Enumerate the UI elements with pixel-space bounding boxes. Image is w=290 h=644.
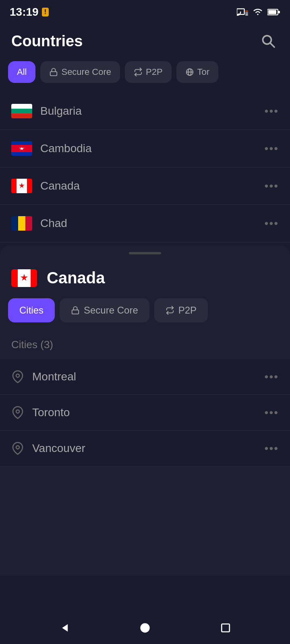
flag-cambodia [11, 141, 32, 156]
svg-point-15 [16, 410, 19, 413]
svg-point-14 [16, 374, 19, 377]
status-time: 13:19 [10, 6, 39, 19]
wifi-icon [252, 8, 263, 17]
p2p-icon-sheet [166, 306, 174, 315]
cities-list: Montreal ••• Toronto ••• Vancouv [0, 359, 290, 466]
country-name-canada: Canada [40, 180, 80, 192]
city-item-vancouver[interactable]: Vancouver ••• [0, 431, 290, 466]
city-item-toronto[interactable]: Toronto ••• [0, 395, 290, 431]
status-bar: 13:19 ! [0, 0, 290, 23]
nav-recent-button[interactable] [214, 617, 237, 639]
cities-section-header: Cities (3) [0, 334, 290, 359]
sheet-flag-canada [11, 269, 37, 287]
svg-rect-13 [72, 310, 79, 314]
flag-chad [11, 216, 32, 231]
more-options-vancouver[interactable]: ••• [265, 442, 279, 455]
svg-rect-1 [245, 11, 248, 12]
country-item-chad[interactable]: Chad ••• [0, 205, 290, 242]
country-list: Bulgaria ••• Cambodia ••• [0, 93, 290, 242]
bottom-sheet: Canada Cities Secure Core P2P Cities (3) [0, 246, 290, 576]
city-name-toronto: Toronto [32, 406, 70, 419]
country-name-cambodia: Cambodia [40, 142, 92, 155]
svg-rect-3 [245, 14, 248, 15]
page-header: Countries [0, 23, 290, 61]
country-item-bulgaria[interactable]: Bulgaria ••• [0, 93, 290, 130]
navigation-bar [0, 612, 290, 644]
sheet-tab-p2p[interactable]: P2P [154, 298, 208, 322]
home-icon [139, 622, 151, 634]
tor-icon [185, 68, 194, 76]
p2p-icon [134, 68, 143, 76]
flag-canada [11, 179, 32, 193]
battery-icon [267, 8, 280, 16]
filter-tabs: All Secure Core P2P Tor [0, 61, 290, 93]
svg-line-8 [270, 43, 274, 47]
cast-icon [237, 8, 248, 17]
more-options-cambodia[interactable]: ••• [265, 142, 279, 155]
city-item-montreal[interactable]: Montreal ••• [0, 359, 290, 395]
country-item-cambodia[interactable]: Cambodia ••• [0, 130, 290, 167]
status-time-group: 13:19 ! [10, 6, 49, 19]
status-alert: ! [42, 8, 49, 17]
more-options-chad[interactable]: ••• [265, 217, 279, 230]
filter-tab-tor[interactable]: Tor [176, 61, 219, 83]
more-options-bulgaria[interactable]: ••• [265, 105, 279, 118]
filter-tab-secure-core[interactable]: Secure Core [40, 61, 120, 83]
svg-rect-9 [50, 72, 57, 76]
nav-home-button[interactable] [134, 617, 156, 639]
lock-icon [49, 68, 58, 76]
country-item-canada[interactable]: Canada ••• [0, 167, 290, 205]
status-icons [237, 8, 280, 17]
svg-rect-5 [268, 10, 276, 14]
location-pin-icon-montreal [11, 370, 24, 383]
svg-point-16 [16, 446, 19, 449]
svg-rect-2 [245, 12, 248, 13]
svg-rect-6 [278, 11, 280, 13]
city-name-vancouver: Vancouver [32, 442, 85, 455]
sheet-tabs: Cities Secure Core P2P [0, 293, 290, 334]
city-name-montreal: Montreal [32, 370, 76, 383]
sheet-header: Canada [0, 258, 290, 293]
sheet-handle [0, 246, 290, 258]
sheet-country-name: Canada [47, 269, 105, 287]
handle-bar [129, 252, 161, 254]
svg-point-18 [140, 623, 149, 632]
search-icon [261, 34, 276, 48]
back-icon [59, 622, 70, 634]
flag-bulgaria [11, 104, 32, 118]
page-title: Countries [11, 33, 83, 50]
search-button[interactable] [258, 31, 279, 52]
more-options-toronto[interactable]: ••• [265, 406, 279, 419]
location-pin-icon-vancouver [11, 442, 24, 455]
svg-marker-17 [62, 624, 68, 632]
sheet-tab-secure-core[interactable]: Secure Core [60, 298, 149, 322]
country-name-chad: Chad [40, 217, 67, 230]
location-pin-icon-toronto [11, 406, 24, 419]
lock-icon-sheet [71, 306, 80, 315]
more-options-canada[interactable]: ••• [265, 180, 279, 192]
svg-rect-19 [222, 624, 230, 632]
nav-back-button[interactable] [53, 617, 76, 639]
country-name-bulgaria: Bulgaria [40, 105, 82, 118]
filter-tab-p2p[interactable]: P2P [125, 61, 172, 83]
sheet-tab-cities[interactable]: Cities [8, 298, 55, 322]
more-options-montreal[interactable]: ••• [265, 370, 279, 383]
recent-icon [220, 623, 231, 633]
filter-tab-all[interactable]: All [8, 61, 35, 83]
